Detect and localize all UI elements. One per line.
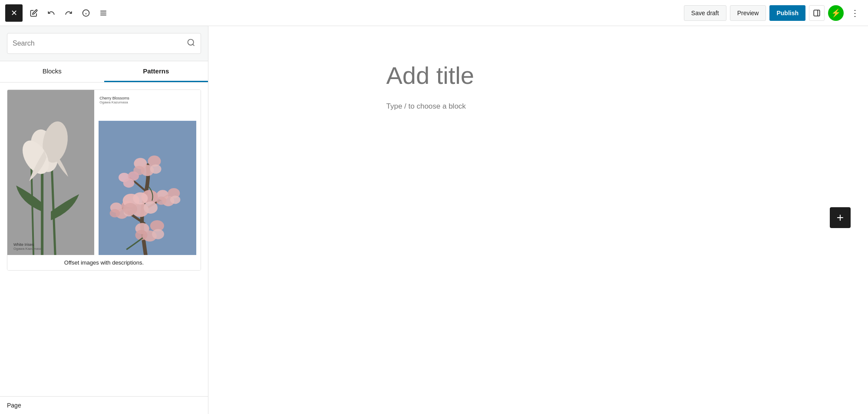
svg-point-36 <box>123 203 137 215</box>
svg-point-46 <box>152 229 164 239</box>
toolbar-left: ✕ <box>5 4 684 22</box>
sidebar-content: White Irises Ogawa Kazumasa Cherry Bloss… <box>0 83 208 396</box>
search-box[interactable] <box>7 33 201 54</box>
publish-button[interactable]: Publish <box>769 5 805 21</box>
svg-line-9 <box>193 44 195 46</box>
right-caption-title: Cherry Blossoms <box>99 96 196 100</box>
pattern-left-image: White Irises Ogawa Kazumasa <box>7 90 94 255</box>
main-area: Blocks Patterns <box>0 26 868 414</box>
close-button[interactable]: ✕ <box>5 4 23 22</box>
list-view-button[interactable] <box>96 5 111 21</box>
svg-point-27 <box>170 195 181 204</box>
info-button[interactable] <box>78 5 94 21</box>
right-top-caption: Cherry Blossoms Ogawa Kazumasa <box>99 94 196 108</box>
svg-rect-6 <box>814 10 820 16</box>
tabs: Blocks Patterns <box>0 61 208 83</box>
sidebar-toggle-button[interactable] <box>809 5 825 21</box>
svg-point-38 <box>133 192 148 205</box>
left-caption-title: White Irises <box>13 242 42 247</box>
svg-rect-10 <box>7 90 94 255</box>
editor-content: Add title Type / to choose a block <box>386 61 690 113</box>
search-icon <box>187 38 195 49</box>
editor-area[interactable]: Add title Type / to choose a block + <box>208 26 868 414</box>
pattern-right-column: Cherry Blossoms Ogawa Kazumasa <box>94 90 201 255</box>
left-caption-sub: Ogawa Kazumasa <box>13 247 42 251</box>
pattern-card[interactable]: White Irises Ogawa Kazumasa Cherry Bloss… <box>7 89 201 271</box>
block-placeholder[interactable]: Type / to choose a block <box>386 100 690 113</box>
sidebar-footer: Page <box>0 396 208 414</box>
wp-icon-button[interactable]: ⚡ <box>828 5 844 21</box>
svg-point-22 <box>150 164 162 173</box>
pattern-description: Offset images with descriptions. <box>7 255 201 270</box>
tab-patterns[interactable]: Patterns <box>104 61 208 82</box>
search-area <box>0 26 208 61</box>
pattern-right-image <box>99 121 196 255</box>
preview-button[interactable]: Preview <box>730 5 766 21</box>
right-caption-sub: Ogawa Kazumasa <box>99 100 196 104</box>
title-field[interactable]: Add title <box>386 61 690 90</box>
add-block-button[interactable]: + <box>830 207 851 228</box>
wp-lightning-icon: ⚡ <box>831 8 841 18</box>
toolbar: ✕ Save draft Preview Publish ⚡ ⋮ <box>0 0 868 26</box>
toolbar-right: Save draft Preview Publish ⚡ ⋮ <box>684 5 863 21</box>
search-input[interactable] <box>13 40 187 47</box>
more-options-button[interactable]: ⋮ <box>847 5 863 21</box>
svg-point-31 <box>110 209 120 217</box>
edit-button[interactable] <box>26 5 42 21</box>
svg-point-8 <box>188 39 194 45</box>
tab-blocks[interactable]: Blocks <box>0 61 104 82</box>
undo-button[interactable] <box>43 5 59 21</box>
pattern-preview: White Irises Ogawa Kazumasa Cherry Bloss… <box>7 90 201 255</box>
redo-button[interactable] <box>61 5 76 21</box>
sidebar: Blocks Patterns <box>0 26 208 414</box>
svg-point-37 <box>144 202 158 214</box>
footer-label: Page <box>7 402 21 409</box>
left-caption: White Irises Ogawa Kazumasa <box>10 241 45 252</box>
svg-point-41 <box>123 179 135 188</box>
save-draft-button[interactable]: Save draft <box>684 5 726 21</box>
